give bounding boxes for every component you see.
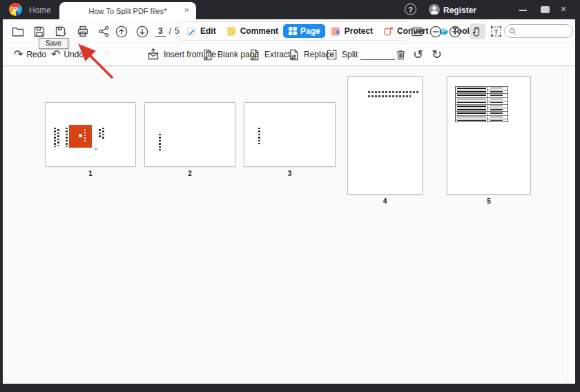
zoom-in-button[interactable]: [447, 23, 463, 39]
page-number-indicator: 3 / 5: [155, 26, 180, 37]
page-5-sheet[interactable]: [447, 76, 531, 195]
split-icon: [325, 48, 338, 61]
svg-text:T: T: [494, 28, 499, 35]
pdf-editor-window: P Home How To Split PDF files* × ? Regis…: [0, 0, 580, 392]
split-button[interactable]: Split: [325, 47, 358, 62]
rotate-left-button[interactable]: ↺: [413, 47, 423, 62]
document-tab[interactable]: How To Split PDF files* ×: [59, 2, 196, 19]
mode-edit-button[interactable]: Edit: [181, 23, 221, 39]
mode-comment-button[interactable]: Comment: [221, 23, 283, 39]
page-separator: /: [169, 26, 171, 36]
register-button[interactable]: Register: [443, 6, 476, 15]
page-4-sheet[interactable]: [347, 76, 423, 195]
split-range-field[interactable]: [360, 59, 395, 60]
replace-icon: [287, 48, 300, 61]
page-number-label: 4: [347, 197, 423, 205]
page-grid-icon: [288, 26, 298, 36]
undo-button[interactable]: ↶ Undo: [51, 47, 84, 62]
document-tab-title: How To Split PDF files*: [89, 7, 167, 15]
delete-page-button[interactable]: [394, 47, 407, 62]
select-tool-button[interactable]: T: [488, 23, 504, 39]
extract-icon: [248, 48, 261, 61]
page-thumbnail-5[interactable]: 5: [447, 76, 531, 205]
share-button[interactable]: [96, 23, 112, 39]
page-thumbnail-3[interactable]: 3: [244, 102, 336, 177]
convert-icon: [383, 26, 394, 37]
page-number-label: 1: [45, 170, 136, 177]
page-number-label: 5: [447, 197, 531, 205]
rotate-left-icon: ↺: [413, 48, 423, 61]
window-close-button[interactable]: ×: [561, 3, 566, 14]
extract-button[interactable]: Extract: [248, 47, 290, 62]
search-icon: [508, 27, 517, 36]
rotate-right-icon: ↻: [432, 48, 442, 61]
home-tab[interactable]: Home: [29, 6, 51, 15]
open-file-button[interactable]: [10, 23, 26, 39]
vertical-scrollbar[interactable]: [568, 66, 575, 384]
page-2-sheet[interactable]: [144, 102, 235, 167]
mode-convert-button[interactable]: Convert: [378, 23, 433, 39]
tab-close-icon[interactable]: ×: [184, 5, 189, 16]
redo-button[interactable]: ↷ Redo: [14, 47, 46, 62]
search-box[interactable]: [504, 24, 573, 38]
page-3-sheet[interactable]: [244, 102, 336, 167]
protect-shield-icon: [330, 26, 342, 37]
titlebar: P Home How To Split PDF files* × ? Regis…: [0, 0, 580, 19]
minimize-button[interactable]: [519, 10, 527, 11]
help-button[interactable]: ?: [405, 3, 416, 15]
hand-tool-button[interactable]: [470, 23, 485, 39]
mode-protect-button[interactable]: Protect: [325, 23, 378, 39]
current-page-input[interactable]: 3: [155, 26, 166, 37]
zoom-out-button[interactable]: [427, 23, 443, 39]
page-tools-toolbar: ↷ Redo ↶ Undo Insert from file Blank pag…: [3, 43, 575, 66]
page-number-label: 2: [144, 170, 235, 177]
account-avatar-icon[interactable]: [429, 4, 440, 15]
page-number-label: 3: [244, 170, 336, 177]
blank-page-icon: [201, 48, 214, 61]
page-thumbnail-1[interactable]: 1: [45, 102, 136, 177]
page-1-sheet[interactable]: [45, 102, 136, 167]
next-page-button[interactable]: [134, 23, 150, 39]
maximize-button[interactable]: [541, 6, 550, 13]
rotate-right-button[interactable]: ↻: [432, 47, 442, 62]
primary-toolbar: 3 / 5 Edit Comment Page: [3, 19, 575, 43]
save-as-button[interactable]: [52, 23, 68, 39]
slide-graphic: [69, 125, 92, 148]
main-panel: 3 / 5 Edit Comment Page: [3, 19, 575, 384]
redo-icon: ↷: [14, 49, 23, 60]
mode-switcher: Edit Comment Page Protect Convert: [177, 21, 410, 41]
search-input[interactable]: [519, 27, 568, 35]
page-thumbnail-2[interactable]: 2: [144, 102, 235, 177]
edit-pencil-icon: [186, 26, 197, 37]
undo-icon: ↶: [51, 49, 60, 60]
print-button[interactable]: [75, 23, 90, 39]
save-tooltip: Save: [39, 38, 68, 49]
save-button[interactable]: [31, 23, 47, 39]
trash-icon: [394, 48, 407, 61]
comment-note-icon: [226, 26, 238, 37]
fit-page-button[interactable]: [409, 23, 425, 39]
mode-page-button[interactable]: Page: [283, 24, 325, 38]
app-logo[interactable]: P: [9, 3, 22, 16]
page-5-table-graphic: [455, 86, 508, 122]
insert-from-file-icon: [146, 48, 160, 61]
page-thumbnail-canvas: 1 2 3 4: [3, 66, 575, 384]
page-thumbnail-4[interactable]: 4: [347, 76, 423, 205]
previous-page-button[interactable]: [113, 23, 129, 39]
